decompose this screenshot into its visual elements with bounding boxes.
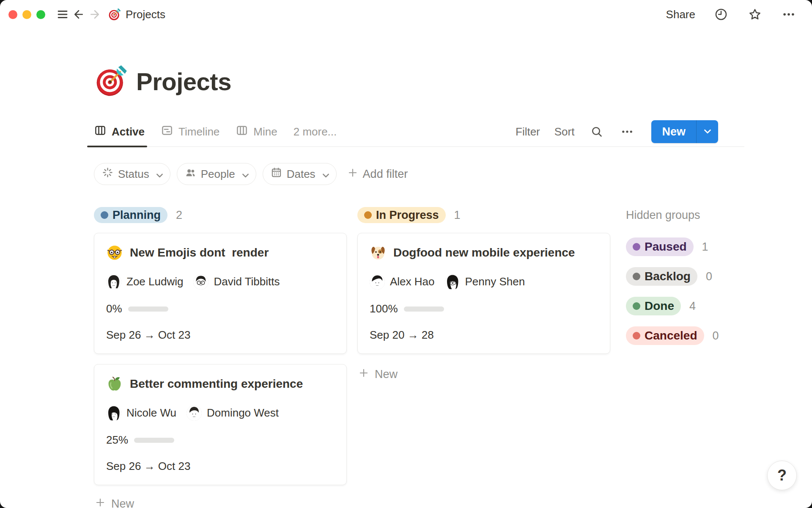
card-title-text: New Emojis dont render (130, 246, 269, 260)
man-swept-hair-avatar (370, 274, 385, 290)
board-column-in-progress: In Progress1Dogfood new mobile experienc… (357, 207, 610, 383)
share-button[interactable]: Share (666, 8, 695, 21)
column-header-planning[interactable]: Planning2 (94, 207, 347, 223)
card-progress: 25% (106, 433, 335, 447)
status-badge-label: Backlog (645, 270, 691, 283)
card-assignees: Zoe LudwigDavid Tibbitts (106, 274, 335, 290)
back-arrow-icon[interactable] (71, 6, 87, 22)
card-dates: Sep 26 → Oct 23 (106, 329, 335, 342)
status-dot (364, 211, 372, 219)
star-icon[interactable] (747, 6, 763, 22)
hidden-group-count: 4 (689, 300, 696, 313)
filter-chips: StatusPeopleDates (94, 163, 337, 185)
green-apple-icon (106, 375, 123, 392)
assignee-name: Alex Hao (390, 275, 435, 288)
card-title-text: Better commenting experience (130, 377, 303, 391)
timeline-view-icon (161, 124, 173, 140)
assignee-penny-shen: Penny Shen (445, 274, 525, 290)
tab-label: 2 more... (294, 125, 337, 138)
status-dot (633, 273, 640, 280)
new-button[interactable]: New (651, 120, 696, 143)
clock-icon[interactable] (713, 6, 729, 22)
card-title: Dogfood new mobile experience (370, 244, 598, 261)
card-title: New Emojis dont render (106, 244, 335, 261)
board-column-planning: Planning2New Emojis dont renderZoe Ludwi… (94, 207, 347, 508)
more-icon[interactable] (781, 6, 797, 22)
woman-long-hair-avatar (106, 274, 121, 290)
filter-button[interactable]: Filter (516, 125, 540, 138)
page-title[interactable]: Projects (136, 67, 231, 96)
card-title-text: Dogfood new mobile experience (393, 246, 575, 260)
filter-bar: StatusPeopleDates Add filter (94, 163, 718, 185)
progress-label: 0% (106, 302, 122, 315)
zoom-window-button[interactable] (36, 10, 45, 19)
breadcrumb-title: Projects (126, 8, 165, 21)
view-more-icon[interactable] (619, 124, 635, 140)
new-card-label: New (375, 368, 398, 381)
plus-icon (95, 497, 106, 508)
status-badge-in-progress[interactable]: In Progress (357, 207, 446, 223)
status-badge-canceled[interactable]: Canceled (626, 326, 704, 345)
filter-chip-status[interactable]: Status (94, 163, 170, 185)
hidden-group-done[interactable]: Done4 (626, 297, 718, 315)
status-badge-paused[interactable]: Paused (626, 237, 694, 256)
breadcrumb[interactable]: Projects (108, 8, 165, 21)
card-progress: 0% (106, 302, 335, 315)
hidden-group-paused[interactable]: Paused1 (626, 237, 718, 256)
forward-arrow-icon[interactable] (87, 6, 103, 22)
hidden-group-count: 0 (706, 270, 712, 283)
nerd-face-icon (106, 244, 123, 261)
card-progress: 100% (370, 302, 598, 315)
add-filter-label: Add filter (363, 168, 408, 181)
man-glasses-avatar (193, 274, 208, 290)
topbar: Projects Share (0, 0, 812, 29)
calendar-icon (271, 167, 282, 181)
help-button[interactable]: ? (767, 461, 797, 490)
tab-timeline[interactable]: Timeline (161, 117, 219, 146)
hidden-group-count: 1 (702, 240, 708, 254)
column-count: 1 (454, 209, 461, 222)
man-short-hair-avatar (187, 406, 202, 421)
hidden-group-backlog[interactable]: Backlog0 (626, 267, 718, 286)
new-dropdown-button[interactable] (696, 120, 718, 143)
assignee-name: Nicole Wu (126, 406, 176, 420)
filter-chip-label: Dates (287, 168, 315, 181)
view-tabs-row: ActiveTimelineMine2 more... Filter Sort … (89, 117, 744, 147)
page-title-block: Projects (94, 64, 718, 98)
progress-bar (404, 306, 444, 312)
tab-mine[interactable]: Mine (236, 117, 277, 146)
project-card-new-emojis-dont-render[interactable]: New Emojis dont renderZoe LudwigDavid Ti… (94, 233, 347, 354)
app-window: Projects Share Projects ActiveTimelineMi… (0, 0, 812, 508)
menu-icon[interactable] (55, 6, 71, 22)
status-badge-label: Canceled (645, 329, 697, 342)
tab-active[interactable]: Active (94, 117, 145, 146)
status-badge-done[interactable]: Done (626, 297, 681, 315)
minimize-window-button[interactable] (22, 10, 31, 19)
status-badge-planning[interactable]: Planning (94, 207, 167, 223)
hidden-groups-panel: Hidden groups Paused1Backlog0Done4Cancel… (626, 207, 718, 356)
status-badge-label: In Progress (376, 209, 439, 222)
hidden-group-canceled[interactable]: Canceled0 (626, 326, 718, 345)
new-card-button[interactable]: New (94, 495, 347, 508)
add-filter-button[interactable]: Add filter (347, 167, 408, 181)
new-card-button[interactable]: New (357, 366, 610, 383)
new-split-button: New (651, 120, 718, 143)
new-card-label: New (111, 497, 134, 508)
column-header-in-progress[interactable]: In Progress1 (357, 207, 610, 223)
filter-chip-people[interactable]: People (177, 163, 256, 185)
dart-target-icon (108, 8, 121, 21)
filter-chip-dates[interactable]: Dates (263, 163, 337, 185)
topbar-actions: Share (666, 6, 797, 22)
search-icon[interactable] (589, 124, 605, 140)
woman-bob-avatar (106, 406, 121, 421)
status-dot (633, 332, 640, 340)
project-card-better-commenting-experience[interactable]: Better commenting experienceNicole WuDom… (94, 364, 347, 485)
close-window-button[interactable] (8, 10, 17, 19)
filter-chip-label: Status (118, 168, 149, 181)
assignee-domingo-west: Domingo West (187, 406, 279, 421)
page-icon-dart-target[interactable] (94, 64, 128, 98)
tab-2-more[interactable]: 2 more... (294, 117, 337, 146)
status-badge-backlog[interactable]: Backlog (626, 267, 697, 286)
project-card-dogfood-new-mobile-experience[interactable]: Dogfood new mobile experienceAlex HaoPen… (357, 233, 610, 354)
sort-button[interactable]: Sort (554, 125, 575, 138)
